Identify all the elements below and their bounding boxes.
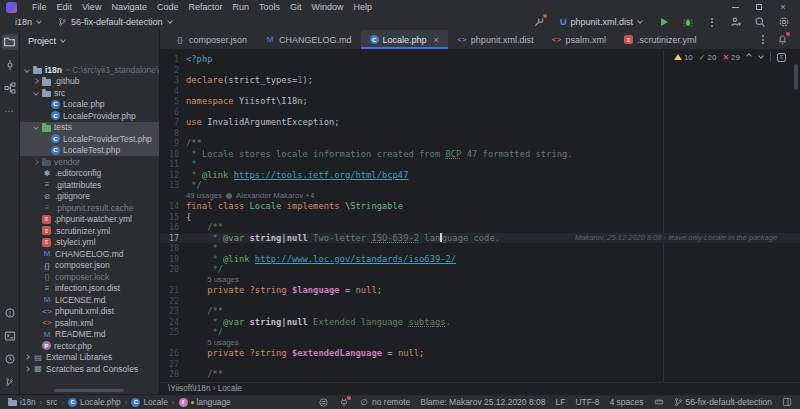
code-line-5[interactable]: 5namespace Yiisoft\I18n; bbox=[160, 96, 800, 107]
close-button[interactable]: × bbox=[772, 1, 794, 13]
services-tool-icon[interactable] bbox=[2, 351, 18, 367]
line-number[interactable]: 24 bbox=[160, 317, 186, 328]
tree-item-rector-php[interactable]: Prector.php bbox=[20, 340, 159, 352]
line-number[interactable]: 16 bbox=[160, 222, 186, 233]
project-panel-header[interactable]: Project bbox=[20, 30, 159, 52]
tree-item-license-md[interactable]: MLICENSE.md bbox=[20, 294, 159, 306]
code-line-17[interactable]: 17 * @var string|null Two-letter ISO-639… bbox=[160, 233, 800, 244]
code-line-20[interactable]: 20 */ bbox=[160, 264, 800, 275]
code-line-16[interactable]: 16 /** bbox=[160, 222, 800, 233]
expand-chevron-icon[interactable] bbox=[33, 124, 39, 130]
tree-item-gitignore[interactable]: ⊘.gitignore bbox=[20, 191, 159, 203]
expand-chevron-icon[interactable] bbox=[24, 67, 30, 73]
status-utf-8[interactable]: UTF-8 bbox=[575, 397, 599, 407]
code-line-19[interactable]: 19 * @link http://www.loc.gov/standards/… bbox=[160, 254, 800, 265]
next-problem-icon[interactable] bbox=[758, 53, 764, 59]
notifications-icon[interactable] bbox=[774, 32, 790, 48]
menu-tools[interactable]: Tools bbox=[254, 1, 285, 13]
line-number[interactable]: 21 bbox=[160, 285, 186, 296]
tree-item-phpunit-xml-dist[interactable]: <>phpunit.xml.dist bbox=[20, 306, 159, 318]
code-line-11[interactable]: 11 * bbox=[160, 159, 800, 170]
line-number[interactable]: 23 bbox=[160, 306, 186, 317]
terminal-tool-icon[interactable] bbox=[2, 328, 18, 344]
status-lf[interactable]: LF bbox=[555, 397, 565, 407]
tab-composer-json[interactable]: {}composer.json bbox=[166, 30, 256, 49]
tree-item-localetest-php[interactable]: CLocaleTest.php bbox=[20, 145, 159, 157]
plug-widget[interactable] bbox=[339, 397, 349, 408]
line-number[interactable]: 5 bbox=[160, 96, 186, 107]
menu-code[interactable]: Code bbox=[152, 1, 184, 13]
expand-chevron-icon[interactable] bbox=[33, 78, 39, 84]
tree-item-src[interactable]: src bbox=[20, 87, 159, 99]
code-line-13[interactable]: 13 */ bbox=[160, 180, 800, 191]
tree-item-localeprovidertest-php[interactable]: CLocaleProviderTest.php bbox=[20, 133, 159, 145]
line-number[interactable]: 2 bbox=[160, 65, 186, 76]
code-line-21[interactable]: 21 private ?string $language = null; bbox=[160, 285, 800, 296]
code-area[interactable]: 1<?php23declare(strict_types=1);45namesp… bbox=[160, 50, 800, 380]
line-number[interactable]: 26 bbox=[160, 348, 186, 359]
horizontal-scrollbar[interactable] bbox=[54, 389, 124, 392]
version-control-tool-icon[interactable] bbox=[2, 374, 18, 390]
nav-crumb-language[interactable]: flanguage bbox=[179, 397, 231, 407]
line-number[interactable]: 19 bbox=[160, 254, 186, 265]
code-line-22[interactable]: 22 bbox=[160, 296, 800, 307]
minimize-button[interactable] bbox=[724, 1, 746, 13]
tree-item-localeprovider-php[interactable]: CLocaleProvider.php bbox=[20, 110, 159, 122]
menu-window[interactable]: Window bbox=[307, 1, 349, 13]
tree-item-phpunit-result-cache[interactable]: ≡.phpunit.result.cache bbox=[20, 202, 159, 214]
editor-breadcrumbs[interactable]: \Yiisoft\I18n › Locale bbox=[160, 382, 800, 394]
code-line-15[interactable]: 15{ bbox=[160, 212, 800, 223]
code-line-10[interactable]: 10 * Locale stores locale information cr… bbox=[160, 149, 800, 160]
code-line-8[interactable]: 8 bbox=[160, 128, 800, 139]
code-line-27[interactable]: 27 bbox=[160, 359, 800, 370]
more-actions-icon[interactable] bbox=[704, 14, 720, 30]
tree-item-gitattributes[interactable]: ≡.gitattributes bbox=[20, 179, 159, 191]
menu-edit[interactable]: Edit bbox=[52, 1, 78, 13]
code-line-25[interactable]: 25 */ bbox=[160, 327, 800, 338]
tree-item-i18n[interactable]: i18n ~ C:\src\yii3_standalone\i18n 56-fi… bbox=[20, 64, 159, 76]
line-number[interactable]: 6 bbox=[160, 107, 186, 118]
search-everywhere-icon[interactable] bbox=[752, 14, 768, 30]
tree-item-phpunit-watcher-yml[interactable]: ≡.phpunit-watcher.yml bbox=[20, 214, 159, 226]
tree-item-external-libraries[interactable]: ▤External Libraries bbox=[20, 352, 159, 364]
menu-refactor[interactable]: Refactor bbox=[183, 1, 227, 13]
menu-navigate[interactable]: Navigate bbox=[106, 1, 152, 13]
inspection-error[interactable]: ✕29 bbox=[722, 53, 740, 62]
status-4-spaces[interactable]: 4 spaces bbox=[610, 397, 644, 407]
line-number[interactable]: 11 bbox=[160, 159, 186, 170]
tree-item-readme-md[interactable]: MREADME.md bbox=[20, 329, 159, 341]
expand-chevron-icon[interactable] bbox=[24, 354, 30, 360]
tab-scrutinizer-yml[interactable]: ≡.scrutinizer.yml bbox=[615, 30, 706, 49]
inspections-widget[interactable]: 10✓20✕29≡ bbox=[674, 52, 786, 62]
project-settings-icon[interactable] bbox=[531, 14, 547, 30]
menu-view[interactable]: View bbox=[77, 1, 106, 13]
structure-tool-icon[interactable] bbox=[2, 80, 18, 96]
line-number[interactable]: 14 bbox=[160, 201, 186, 212]
code-line-18[interactable]: 18 * bbox=[160, 243, 800, 254]
tab-options-icon[interactable] bbox=[762, 35, 764, 44]
prev-problem-icon[interactable] bbox=[746, 53, 752, 59]
more-tool-windows-icon[interactable]: ⋯ bbox=[2, 103, 18, 119]
tree-item-composer-lock[interactable]: {}composer.lock bbox=[20, 271, 159, 283]
line-number[interactable]: 28 bbox=[160, 369, 186, 380]
line-number[interactable]: 10 bbox=[160, 149, 186, 160]
tree-item-editorconfig[interactable]: ✱.editorconfig bbox=[20, 168, 159, 180]
line-number[interactable]: 17 bbox=[160, 233, 186, 244]
tab-locale-php[interactable]: CLocale.php× bbox=[361, 30, 448, 49]
line-number[interactable]: 3 bbox=[160, 75, 186, 86]
menu-help[interactable]: Help bbox=[349, 1, 378, 13]
settings-gear-icon[interactable] bbox=[776, 14, 792, 30]
line-number[interactable]: 20 bbox=[160, 264, 186, 275]
menu-git[interactable]: Git bbox=[285, 1, 307, 13]
project-tool-icon[interactable] bbox=[2, 34, 18, 50]
expand-chevron-icon[interactable] bbox=[33, 90, 39, 96]
menu-run[interactable]: Run bbox=[227, 1, 254, 13]
ruler-widget[interactable] bbox=[654, 397, 664, 407]
line-number[interactable]: 18 bbox=[160, 243, 186, 254]
nav-crumb-i18n[interactable]: i18n bbox=[8, 397, 36, 407]
usages-inlay[interactable]: 5 usages bbox=[186, 275, 239, 286]
status-56-fix-default-detection[interactable]: 56-fix-default-detection bbox=[674, 397, 772, 407]
tree-item-vendor[interactable]: vendor bbox=[20, 156, 159, 168]
line-number[interactable]: 22 bbox=[160, 296, 186, 307]
problems-tool-icon[interactable] bbox=[2, 305, 18, 321]
